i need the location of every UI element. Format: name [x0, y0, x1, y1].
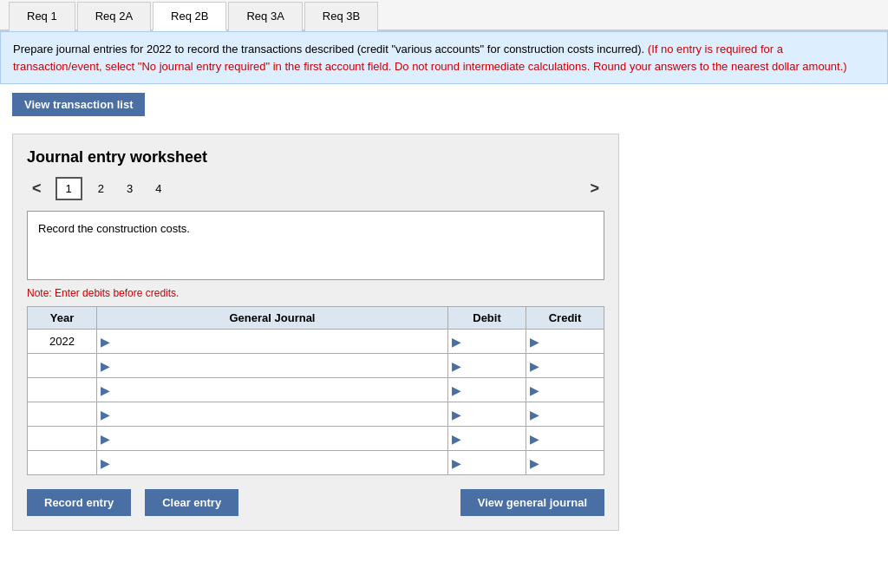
- note-text: Note: Enter debits before credits.: [27, 287, 604, 299]
- worksheet-panel: Journal entry worksheet < 1 2 3 4 > Reco…: [12, 134, 619, 531]
- credit-cell-0[interactable]: ▶: [526, 330, 604, 354]
- tab-req3b[interactable]: Req 3B: [304, 2, 378, 31]
- instructions-main-text: Prepare journal entries for 2022 to reco…: [13, 42, 644, 56]
- debit-input-4[interactable]: [463, 427, 522, 450]
- view-transaction-list-button[interactable]: View transaction list: [12, 93, 145, 116]
- view-general-journal-button[interactable]: View general journal: [460, 489, 604, 516]
- year-cell-2: [28, 378, 97, 402]
- credit-arrow-4: ▶: [530, 432, 539, 446]
- year-cell-3: [28, 402, 97, 427]
- debit-arrow-0: ▶: [452, 335, 461, 349]
- debit-arrow-5: ▶: [452, 456, 461, 470]
- journal-arrow-5: ▶: [101, 456, 110, 470]
- journal-table: Year General Journal Debit Credit 2022▶▶…: [27, 306, 604, 475]
- instructions-banner: Prepare journal entries for 2022 to reco…: [0, 31, 888, 84]
- debit-input-2[interactable]: [463, 378, 522, 402]
- credit-arrow-0: ▶: [530, 335, 539, 349]
- record-entry-button[interactable]: Record entry: [27, 489, 131, 516]
- credit-input-2[interactable]: [541, 378, 600, 402]
- journal-arrow-2: ▶: [101, 383, 110, 397]
- transaction-list-area: View transaction list: [0, 84, 888, 125]
- page-4[interactable]: 4: [148, 179, 168, 199]
- tab-req2a[interactable]: Req 2A: [77, 2, 151, 31]
- page-navigation: < 1 2 3 4 >: [27, 177, 604, 200]
- debit-cell-2[interactable]: ▶: [448, 378, 526, 402]
- journal-input-0[interactable]: [112, 330, 444, 353]
- credit-cell-1[interactable]: ▶: [526, 354, 604, 378]
- debit-input-1[interactable]: [463, 354, 522, 377]
- journal-cell-2[interactable]: ▶: [97, 378, 448, 402]
- tab-req2b[interactable]: Req 2B: [153, 2, 226, 31]
- debit-arrow-3: ▶: [452, 408, 461, 421]
- col-general-journal: General Journal: [97, 307, 448, 330]
- journal-cell-3[interactable]: ▶: [97, 402, 448, 427]
- col-debit: Debit: [448, 307, 526, 330]
- journal-input-2[interactable]: [112, 378, 444, 402]
- tab-req3a[interactable]: Req 3A: [228, 2, 302, 31]
- prev-page-arrow[interactable]: <: [27, 178, 47, 199]
- table-row: ▶▶▶: [28, 402, 604, 427]
- col-year: Year: [28, 307, 97, 330]
- journal-arrow-0: ▶: [101, 335, 110, 349]
- journal-input-4[interactable]: [112, 427, 444, 450]
- debit-arrow-1: ▶: [452, 359, 461, 373]
- page-1[interactable]: 1: [56, 177, 82, 200]
- credit-input-0[interactable]: [541, 330, 600, 353]
- credit-arrow-2: ▶: [530, 383, 539, 397]
- journal-cell-1[interactable]: ▶: [97, 354, 448, 378]
- journal-cell-4[interactable]: ▶: [97, 427, 448, 451]
- debit-cell-5[interactable]: ▶: [448, 451, 526, 475]
- journal-arrow-1: ▶: [101, 359, 110, 373]
- year-cell-1: [28, 354, 97, 378]
- debit-input-5[interactable]: [463, 451, 522, 474]
- journal-input-3[interactable]: [112, 402, 444, 426]
- main-content: Journal entry worksheet < 1 2 3 4 > Reco…: [0, 125, 888, 539]
- tabs-bar: Req 1 Req 2A Req 2B Req 3A Req 3B: [0, 0, 888, 31]
- year-cell-5: [28, 451, 97, 475]
- table-row: ▶▶▶: [28, 354, 604, 378]
- credit-cell-5[interactable]: ▶: [526, 451, 604, 475]
- bottom-buttons: Record entry Clear entry View general jo…: [27, 489, 604, 516]
- year-cell-0: 2022: [28, 330, 97, 354]
- tab-req1[interactable]: Req 1: [9, 2, 75, 31]
- credit-cell-3[interactable]: ▶: [526, 402, 604, 427]
- journal-cell-5[interactable]: ▶: [97, 451, 448, 475]
- debit-input-3[interactable]: [463, 402, 522, 426]
- debit-input-0[interactable]: [463, 330, 522, 353]
- page-3[interactable]: 3: [120, 179, 140, 199]
- debit-cell-0[interactable]: ▶: [448, 330, 526, 354]
- year-cell-4: [28, 427, 97, 451]
- debit-arrow-4: ▶: [452, 432, 461, 446]
- debit-cell-1[interactable]: ▶: [448, 354, 526, 378]
- debit-cell-3[interactable]: ▶: [448, 402, 526, 427]
- journal-input-5[interactable]: [112, 451, 444, 474]
- description-box: Record the construction costs.: [27, 211, 604, 280]
- page-2[interactable]: 2: [91, 179, 111, 199]
- credit-arrow-1: ▶: [530, 359, 539, 373]
- journal-cell-0[interactable]: ▶: [97, 330, 448, 354]
- clear-entry-button[interactable]: Clear entry: [145, 489, 238, 516]
- credit-input-3[interactable]: [541, 402, 600, 426]
- journal-input-1[interactable]: [112, 354, 444, 377]
- credit-cell-2[interactable]: ▶: [526, 378, 604, 402]
- col-credit: Credit: [526, 307, 604, 330]
- debit-arrow-2: ▶: [452, 383, 461, 397]
- description-text: Record the construction costs.: [38, 222, 190, 235]
- credit-input-5[interactable]: [541, 451, 600, 474]
- credit-arrow-3: ▶: [530, 408, 539, 421]
- journal-arrow-3: ▶: [101, 408, 110, 421]
- credit-cell-4[interactable]: ▶: [526, 427, 604, 451]
- credit-input-1[interactable]: [541, 354, 600, 377]
- journal-arrow-4: ▶: [101, 432, 110, 446]
- debit-cell-4[interactable]: ▶: [448, 427, 526, 451]
- next-page-arrow[interactable]: >: [584, 178, 604, 199]
- worksheet-title: Journal entry worksheet: [27, 148, 604, 167]
- credit-input-4[interactable]: [541, 427, 600, 450]
- table-row: ▶▶▶: [28, 427, 604, 451]
- table-row: ▶▶▶: [28, 378, 604, 402]
- table-row: 2022▶▶▶: [28, 330, 604, 354]
- table-row: ▶▶▶: [28, 451, 604, 475]
- credit-arrow-5: ▶: [530, 456, 539, 470]
